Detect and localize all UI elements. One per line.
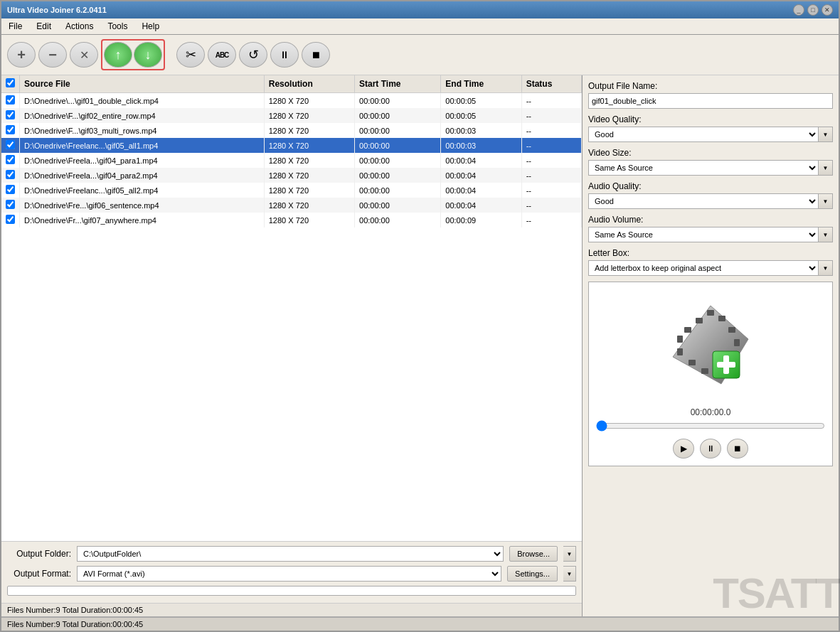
video-size-select[interactable]: Same As Source [588,160,819,176]
settings-button[interactable]: Settings... [507,566,558,582]
output-folder-select[interactable]: C:\OutputFolder\ [77,546,504,562]
output-filename-section: Output File Name: [588,81,833,109]
output-folder-row: Output Folder: C:\OutputFolder\ Browse..… [7,546,576,562]
rename-button[interactable]: ABC [208,42,236,68]
table-row[interactable]: D:\Onedrive\Freela...\gif04_para2.mp4 12… [1,168,582,183]
row-checkbox-cell [1,108,20,123]
video-size-dropdown-arrow[interactable]: ▼ [819,160,833,176]
table-row[interactable]: D:\Onedrive\...\gif01_double_click.mp4 1… [1,93,582,109]
audio-quality-dropdown-arrow[interactable]: ▼ [819,193,833,209]
row-start-time: 00:00:00 [355,123,441,138]
svg-rect-1 [684,327,691,333]
audio-volume-dropdown-arrow[interactable]: ▼ [819,227,833,242]
letter-box-select[interactable]: Add letterbox to keep original aspect [588,260,819,276]
row-end-time: 00:00:04 [441,168,521,183]
row-resolution: 1280 X 720 [264,198,354,213]
preview-play-button[interactable]: ▶ [673,439,694,459]
row-source-file: D:\Onedrive\Freelanc...\gif05_all2.mp4 [20,183,265,198]
svg-rect-9 [701,368,708,374]
row-checkbox-cell [1,213,20,227]
row-resolution: 1280 X 720 [264,153,354,168]
settings-dropdown-arrow[interactable]: ▼ [563,566,576,582]
row-status: -- [521,183,581,198]
letter-box-dropdown-arrow[interactable]: ▼ [819,260,833,276]
bottom-status-text: Files Number:9 Total Duration:00:00:45 [7,620,143,628]
clear-button[interactable]: ✕ [70,42,98,68]
browse-button[interactable]: Browse... [509,546,558,562]
menu-file[interactable]: File [1,20,29,33]
table-row[interactable]: D:\Onedrive\F...\gif02_entire_row.mp4 12… [1,108,582,123]
browse-dropdown-arrow[interactable]: ▼ [563,546,576,562]
row-resolution: 1280 X 720 [264,213,354,227]
row-checkbox[interactable] [6,140,15,149]
pause-button[interactable]: ⏸ [270,42,299,68]
table-row[interactable]: D:\Onedrive\F...\gif03_multi_rows.mp4 12… [1,123,582,138]
close-button[interactable]: ✕ [822,4,833,16]
progress-bar [7,586,576,596]
audio-quality-section: Audio Quality: Good ▼ [588,181,833,209]
move-down-button[interactable]: ↓ [134,42,162,68]
video-quality-dropdown-arrow[interactable]: ▼ [819,127,833,142]
add-button[interactable]: + [7,42,36,68]
col-resolution: Resolution [264,75,354,93]
minimize-button[interactable]: _ [793,4,804,16]
output-filename-input[interactable] [588,93,833,109]
output-format-select[interactable]: AVI Format (*.avi) [77,566,501,582]
svg-rect-3 [707,310,714,316]
preview-pause-button[interactable]: ⏸ [700,439,721,459]
app-logo [664,300,757,392]
row-checkbox[interactable] [6,95,15,105]
row-resolution: 1280 X 720 [264,183,354,198]
output-filename-label: Output File Name: [588,81,833,91]
file-table: Source File Resolution Start Time End Ti… [1,75,582,541]
row-checkbox[interactable] [6,125,15,134]
menu-actions[interactable]: Actions [58,20,100,33]
row-checkbox-cell [1,153,20,168]
table-row[interactable]: D:\Onedrive\Freelanc...\gif05_all1.mp4 1… [1,138,582,153]
cut-button[interactable]: ✂ [176,42,205,68]
move-up-button[interactable]: ↑ [104,42,132,68]
preview-area: 00:00:00.0 ▶ ⏸ ⏹ [588,282,833,466]
table-row[interactable]: D:\Onedrive\Fr...\gif07_anywhere.mp4 128… [1,213,582,227]
watermark: TSATT [713,569,840,618]
row-resolution: 1280 X 720 [264,168,354,183]
row-checkbox[interactable] [6,155,15,164]
svg-rect-2 [696,318,703,323]
join-button[interactable]: ↺ [239,42,267,68]
row-checkbox-cell [1,183,20,198]
col-source-file: Source File [20,75,265,93]
audio-volume-select[interactable]: Same As Source [588,227,819,242]
row-checkbox[interactable] [6,110,15,119]
row-checkbox[interactable] [6,200,15,209]
check-all[interactable] [6,78,15,87]
row-checkbox-cell [1,138,20,153]
svg-rect-12 [677,336,683,343]
row-start-time: 00:00:00 [355,108,441,123]
preview-stop-button[interactable]: ⏹ [727,439,748,459]
row-status: -- [521,213,581,227]
table-row[interactable]: D:\Onedrive\Freela...\gif04_para1.mp4 12… [1,153,582,168]
menu-tools[interactable]: Tools [100,20,134,33]
video-quality-select[interactable]: Good [588,127,819,142]
row-checkbox[interactable] [6,185,15,194]
row-checkbox[interactable] [6,170,15,179]
row-checkbox[interactable] [6,215,15,224]
menu-bar: File Edit Actions Tools Help [1,18,839,35]
preview-slider[interactable] [596,420,825,432]
menu-edit[interactable]: Edit [29,20,58,33]
letter-box-label: Letter Box: [588,248,833,258]
row-end-time: 00:00:05 [441,93,521,109]
audio-volume-label: Audio Volume: [588,215,833,225]
remove-button[interactable]: − [38,42,67,68]
col-check [1,75,20,93]
row-source-file: D:\Onedrive\Freela...\gif04_para2.mp4 [20,168,265,183]
table-row[interactable]: D:\Onedrive\Fre...\gif06_sentence.mp4 12… [1,198,582,213]
row-status: -- [521,153,581,168]
row-checkbox-cell [1,93,20,109]
audio-quality-select[interactable]: Good [588,193,819,209]
maximize-button[interactable]: □ [807,4,819,16]
row-end-time: 00:00:04 [441,153,521,168]
table-row[interactable]: D:\Onedrive\Freelanc...\gif05_all2.mp4 1… [1,183,582,198]
menu-help[interactable]: Help [134,20,166,33]
stop-button[interactable]: ⏹ [302,42,330,68]
